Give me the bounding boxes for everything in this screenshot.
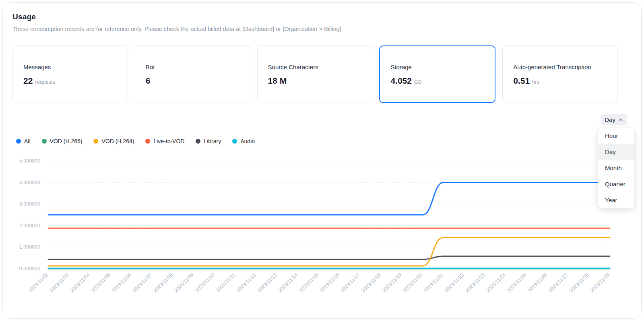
x-axis-label: 2023/11/05 <box>90 272 112 294</box>
y-axis-label: 3.000000 <box>19 201 40 207</box>
legend-dot <box>232 139 237 144</box>
menu-item-quarter[interactable]: Quarter <box>598 176 634 192</box>
x-axis-label: 2023/11/29 <box>589 272 611 294</box>
y-axis-label: 4.000000 <box>19 180 40 185</box>
legend-label: Library <box>204 138 221 144</box>
menu-item-month[interactable]: Month <box>598 160 634 176</box>
usage-chart: 0.0000001.0000002.0000003.0000004.000000… <box>0 152 644 321</box>
series-line-all <box>48 183 610 215</box>
page-title: Usage <box>12 12 36 21</box>
legend-label: VOD (H.264) <box>101 138 134 144</box>
x-axis-label: 2023/11/04 <box>69 272 91 294</box>
x-axis-label: 2023/11/24 <box>485 272 507 294</box>
y-axis-label: 5.000000 <box>19 158 40 164</box>
card-bot[interactable]: Bot 6 <box>135 45 250 103</box>
menu-item-year[interactable]: Year <box>598 192 634 208</box>
x-axis-label: 2023/11/17 <box>340 272 361 294</box>
card-value-number: 0.51 <box>513 76 530 86</box>
card-label: Source Characters <box>268 63 362 71</box>
legend-dot <box>145 139 150 144</box>
card-messages[interactable]: Messages 22 requests <box>12 45 128 103</box>
card-value-number: 6 <box>146 76 151 86</box>
legend-item-vod-h-264[interactable]: VOD (H.264) <box>93 138 134 144</box>
usage-line-chart: 0.0000001.0000002.0000003.0000004.000000… <box>0 152 644 321</box>
x-axis-label: 2023/11/28 <box>568 272 590 294</box>
y-axis-label: 0.000000 <box>19 266 40 272</box>
x-axis-label: 2023/11/23 <box>464 272 486 294</box>
page-subtitle: These consumption records are for refere… <box>12 26 343 32</box>
card-label: Bot <box>146 63 239 71</box>
legend-label: All <box>24 138 31 144</box>
x-axis-label: 2023/11/20 <box>402 272 424 294</box>
card-auto-generated-transcription[interactable]: Auto-generated Transcription 0.51 hrs <box>502 45 618 103</box>
card-value-unit: hrs <box>532 79 539 85</box>
card-value-unit: requests <box>35 79 55 85</box>
x-axis-label: 2023/11/13 <box>256 272 278 294</box>
card-value: 6 <box>146 76 239 86</box>
x-axis-label: 2023/11/18 <box>360 272 382 294</box>
granularity-dropdown-button[interactable]: Day <box>601 114 627 125</box>
card-label: Storage <box>390 63 484 71</box>
granularity-selected-label: Day <box>605 116 615 123</box>
x-axis-label: 2023/11/25 <box>506 272 528 294</box>
card-source-characters[interactable]: Source Characters 18 M <box>257 45 373 103</box>
usage-stat-cards: Messages 22 requests Bot 6 Source Charac… <box>12 45 618 103</box>
legend-item-library[interactable]: Library <box>196 138 221 144</box>
legend-item-live-to-vod[interactable]: Live-to-VOD <box>145 138 184 144</box>
x-axis-label: 2023/11/12 <box>235 272 257 294</box>
legend-dot <box>16 139 21 144</box>
x-axis-label: 2023/11/10 <box>194 272 216 294</box>
legend-label: Audio <box>240 138 255 144</box>
x-axis-label: 2023/11/11 <box>215 272 236 293</box>
x-axis-label: 2023/11/22 <box>444 272 465 294</box>
legend-item-vod-h-265[interactable]: VOD (H.265) <box>42 138 83 144</box>
card-value: 0.51 hrs <box>513 76 607 86</box>
x-axis-label: 2023/11/02 <box>28 272 50 294</box>
x-axis-label: 2023/11/09 <box>173 272 195 294</box>
x-axis-label: 2023/11/27 <box>547 272 569 294</box>
legend-label: Live-to-VOD <box>153 138 184 144</box>
x-axis-label: 2023/11/19 <box>381 272 403 294</box>
series-line-library <box>48 256 610 259</box>
x-axis-label: 2023/11/14 <box>277 272 299 294</box>
chevron-up-icon <box>618 117 623 122</box>
card-value-number: 4.052 <box>390 76 412 86</box>
x-axis-label: 2023/11/21 <box>423 272 444 294</box>
card-value-number: 18 M <box>268 76 287 86</box>
x-axis-label: 2023/11/26 <box>527 272 549 294</box>
card-label: Auto-generated Transcription <box>513 63 607 71</box>
menu-item-day[interactable]: Day <box>598 144 634 160</box>
legend-item-audio[interactable]: Audio <box>232 138 255 144</box>
x-axis-label: 2023/11/06 <box>111 272 132 294</box>
card-storage[interactable]: Storage 4.052 GB <box>379 45 495 103</box>
menu-item-hour[interactable]: Hour <box>598 128 634 144</box>
card-value: 18 M <box>268 76 362 86</box>
x-axis-label: 2023/11/07 <box>132 272 153 294</box>
card-value: 4.052 GB <box>390 76 484 86</box>
y-axis-label: 2.000000 <box>19 223 40 228</box>
chart-legend: AllVOD (H.265)VOD (H.264)Live-to-VODLibr… <box>16 138 255 144</box>
usage-page: Usage These consumption records are for … <box>0 0 644 321</box>
x-axis-label: 2023/11/15 <box>298 272 320 294</box>
legend-item-all[interactable]: All <box>16 138 31 144</box>
x-axis-label: 2023/11/03 <box>48 272 70 294</box>
series-line-vod-h-264 <box>48 237 610 266</box>
card-label: Messages <box>23 63 117 71</box>
card-value-number: 22 <box>23 76 33 86</box>
legend-label: VOD (H.265) <box>50 138 83 144</box>
legend-dot <box>196 139 200 144</box>
card-value: 22 requests <box>23 76 117 86</box>
y-axis-label: 1.000000 <box>19 244 40 250</box>
card-value-unit: GB <box>414 79 422 85</box>
x-axis-label: 2023/11/08 <box>153 272 174 294</box>
granularity-dropdown-menu: HourDayMonthQuarterYear <box>598 128 634 208</box>
x-axis-label: 2023/11/16 <box>319 272 341 294</box>
legend-dot <box>42 139 47 144</box>
legend-dot <box>93 139 98 144</box>
